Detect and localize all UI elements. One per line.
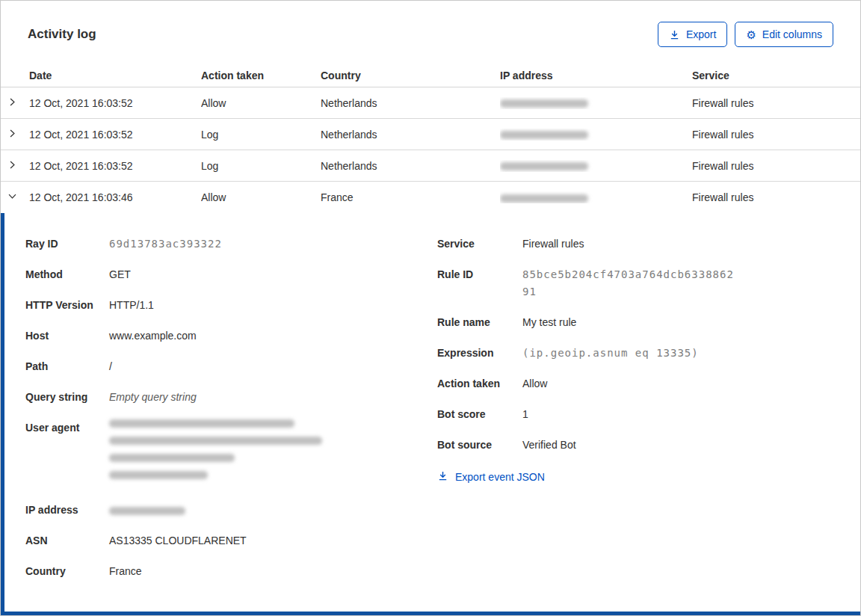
table-row[interactable]: 12 Oct, 2021 16:03:52 Log Netherlands Fi… bbox=[1, 119, 860, 150]
field-value: My test rule bbox=[522, 314, 576, 331]
collapse-row-toggle[interactable] bbox=[1, 191, 29, 203]
expand-row-toggle[interactable] bbox=[1, 97, 29, 109]
row-ip-address-redacted bbox=[500, 129, 692, 141]
field-label: Method bbox=[25, 266, 109, 283]
table-header: Date Action taken Country IP address Ser… bbox=[1, 64, 860, 87]
field-value: 1 bbox=[522, 406, 528, 423]
field-label: Expression bbox=[437, 345, 522, 362]
table-row[interactable]: 12 Oct, 2021 16:03:52 Allow Netherlands … bbox=[1, 87, 860, 119]
row-country: Netherlands bbox=[321, 97, 500, 109]
field-path: Path / bbox=[25, 358, 437, 375]
export-button-label: Export bbox=[686, 28, 716, 40]
field-ray-id: Ray ID 69d13783ac393322 bbox=[25, 235, 437, 253]
field-action-taken: Action taken Allow bbox=[437, 375, 839, 392]
field-query-string: Query string Empty query string bbox=[25, 389, 437, 406]
download-icon bbox=[669, 29, 680, 40]
row-country: Netherlands bbox=[321, 160, 500, 172]
page-title: Activity log bbox=[28, 27, 96, 42]
row-action-taken: Allow bbox=[201, 191, 321, 203]
row-action-taken: Allow bbox=[201, 97, 321, 109]
field-label: User agent bbox=[25, 419, 109, 437]
row-country: France bbox=[321, 191, 500, 203]
row-country: Netherlands bbox=[321, 129, 500, 141]
edit-columns-button-label: Edit columns bbox=[762, 28, 822, 40]
field-label: ASN bbox=[25, 532, 109, 549]
event-detail-panel: Ray ID 69d13783ac393322 Method GET HTTP … bbox=[1, 213, 860, 615]
row-date: 12 Oct, 2021 16:03:52 bbox=[29, 97, 201, 109]
field-bot-source: Bot source Verified Bot bbox=[437, 437, 839, 454]
column-header-action-taken: Action taken bbox=[201, 70, 321, 81]
field-value-redacted bbox=[109, 419, 322, 488]
row-date: 12 Oct, 2021 16:03:52 bbox=[29, 160, 201, 172]
field-bot-score: Bot score 1 bbox=[437, 406, 839, 423]
bottom-accent-bar bbox=[1, 612, 860, 615]
field-value: Verified Bot bbox=[522, 437, 576, 454]
column-header-ip-address: IP address bbox=[500, 70, 692, 81]
event-detail-left-column: Ray ID 69d13783ac393322 Method GET HTTP … bbox=[25, 235, 437, 594]
row-date: 12 Oct, 2021 16:03:52 bbox=[29, 129, 201, 141]
row-service: Firewall rules bbox=[692, 97, 860, 109]
field-label: IP address bbox=[25, 502, 109, 519]
field-service: Service Firewall rules bbox=[437, 235, 839, 253]
expand-row-toggle[interactable] bbox=[1, 129, 29, 141]
column-header-service: Service bbox=[692, 70, 860, 81]
topbar: Activity log Export ⚙ Edit columns bbox=[1, 1, 860, 64]
field-value: GET bbox=[109, 266, 131, 283]
row-action-taken: Log bbox=[201, 160, 321, 172]
column-header-date: Date bbox=[29, 70, 201, 81]
field-label: Action taken bbox=[437, 375, 522, 392]
row-date: 12 Oct, 2021 16:03:46 bbox=[29, 191, 201, 203]
export-event-json-label: Export event JSON bbox=[455, 471, 545, 483]
gear-icon: ⚙ bbox=[746, 29, 756, 40]
field-asn: ASN AS13335 CLOUDFLARENET bbox=[25, 532, 437, 549]
chevron-right-icon bbox=[7, 129, 17, 141]
field-value: 85bce5b204cf4703a764dcb633886291 bbox=[522, 266, 739, 301]
event-detail-right-column: Service Firewall rules Rule ID 85bce5b20… bbox=[437, 235, 839, 484]
field-value: www.example.com bbox=[109, 327, 197, 345]
field-rule-id: Rule ID 85bce5b204cf4703a764dcb633886291 bbox=[437, 266, 839, 301]
field-value: (ip.geoip.asnum eq 13335) bbox=[522, 345, 699, 362]
field-country: Country France bbox=[25, 563, 437, 580]
field-label: Rule ID bbox=[437, 266, 522, 283]
topbar-actions: Export ⚙ Edit columns bbox=[658, 22, 833, 47]
field-label: Path bbox=[25, 358, 109, 375]
table-row[interactable]: 12 Oct, 2021 16:03:52 Log Netherlands Fi… bbox=[1, 150, 860, 182]
download-icon bbox=[437, 470, 448, 484]
row-ip-address-redacted bbox=[500, 160, 692, 172]
export-button[interactable]: Export bbox=[658, 22, 727, 47]
field-value: AS13335 CLOUDFLARENET bbox=[109, 532, 247, 549]
field-value: Allow bbox=[522, 375, 547, 392]
field-label: Ray ID bbox=[25, 235, 109, 253]
edit-columns-button[interactable]: ⚙ Edit columns bbox=[735, 22, 833, 47]
field-value: France bbox=[109, 563, 142, 580]
field-ip-address: IP address bbox=[25, 502, 437, 519]
table-row-expanded[interactable]: 12 Oct, 2021 16:03:46 Allow France Firew… bbox=[1, 182, 860, 213]
field-host: Host www.example.com bbox=[25, 327, 437, 345]
field-http-version: HTTP Version HTTP/1.1 bbox=[25, 297, 437, 314]
field-label: Rule name bbox=[437, 314, 522, 331]
chevron-right-icon bbox=[7, 97, 17, 109]
field-label: HTTP Version bbox=[25, 297, 109, 314]
row-service: Firewall rules bbox=[692, 129, 860, 141]
field-value: HTTP/1.1 bbox=[109, 297, 154, 314]
field-value: Firewall rules bbox=[522, 235, 584, 253]
chevron-down-icon bbox=[7, 191, 17, 203]
field-label: Bot score bbox=[437, 406, 522, 423]
field-value-redacted bbox=[109, 502, 185, 519]
expand-row-toggle[interactable] bbox=[1, 160, 29, 172]
field-value: / bbox=[109, 358, 112, 375]
field-label: Bot source bbox=[437, 437, 522, 454]
row-ip-address-redacted bbox=[500, 97, 692, 109]
field-expression: Expression (ip.geoip.asnum eq 13335) bbox=[437, 345, 839, 362]
field-value: 69d13783ac393322 bbox=[109, 235, 222, 253]
field-label: Service bbox=[437, 235, 522, 253]
field-label: Country bbox=[25, 563, 109, 580]
row-action-taken: Log bbox=[201, 129, 321, 141]
activity-log-panel: Activity log Export ⚙ Edit columns Date … bbox=[0, 0, 861, 616]
field-user-agent: User agent bbox=[25, 419, 437, 488]
export-event-json-link[interactable]: Export event JSON bbox=[437, 470, 545, 484]
field-rule-name: Rule name My test rule bbox=[437, 314, 839, 331]
field-value: Empty query string bbox=[109, 389, 197, 406]
row-service: Firewall rules bbox=[692, 191, 860, 203]
field-label: Host bbox=[25, 327, 109, 345]
